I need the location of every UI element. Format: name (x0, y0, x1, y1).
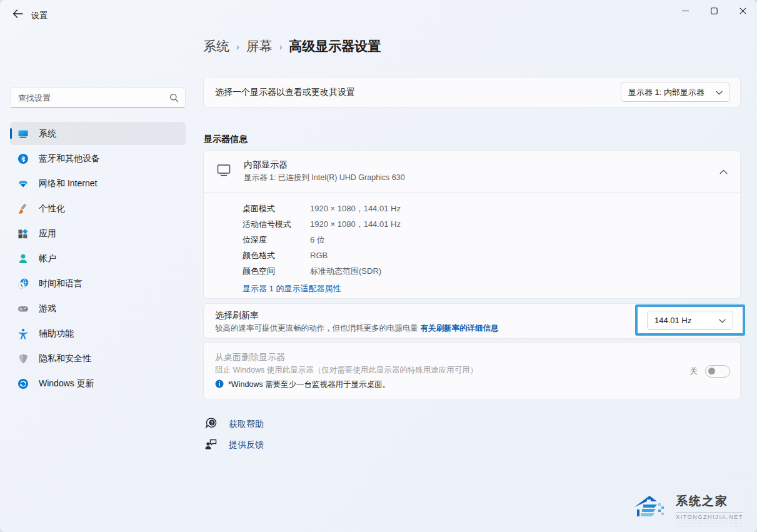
feedback-link[interactable]: 提供反馈 (204, 437, 264, 453)
info-row-color-format: 颜色格式 RGB (243, 248, 729, 263)
chevron-right-icon: › (236, 41, 239, 52)
sidebar-item-label: 蓝牙和其他设备 (39, 153, 100, 164)
info-row-signal-mode: 活动信号模式 1920 × 1080，144.01 Hz (243, 216, 729, 232)
refresh-rate-description: 较高的速率可提供更流畅的动作，但也消耗更多的电源电量 有关刷新率的详细信息 (215, 323, 615, 334)
clock-globe-icon (18, 278, 29, 289)
remove-display-card: 从桌面删除显示器 阻止 Windows 使用此显示器（仅对需要使用此显示器的特殊… (203, 342, 741, 400)
help-bubble-icon: ? (204, 416, 218, 433)
brush-icon (18, 203, 29, 214)
sidebar-item-label: 辅助功能 (39, 328, 74, 339)
app-title: 设置 (31, 10, 48, 21)
watermark: 系统之家 XITONGZHIJIA.NET XITONGZHIJIA.NET (632, 493, 743, 527)
page-title: 高级显示器设置 (289, 38, 381, 55)
sidebar: 系统 蓝牙和其他设备 网络和 Internet 个性化 (10, 88, 186, 397)
display-select-value: 显示器 1: 内部显示器 (628, 87, 704, 98)
refresh-rate-info-link[interactable]: 有关刷新率的详细信息 (420, 324, 498, 333)
info-label: 桌面模式 (243, 203, 310, 214)
refresh-rate-dropdown[interactable]: 144.01 Hz (647, 311, 733, 330)
info-label: 颜色格式 (243, 250, 310, 261)
settings-window: 设置 系统 (0, 0, 757, 532)
sidebar-item-gaming[interactable]: 游戏 (10, 297, 186, 320)
sidebar-item-bluetooth-devices[interactable]: 蓝牙和其他设备 (10, 147, 186, 170)
shield-icon (18, 353, 29, 364)
feedback-icon (204, 437, 218, 453)
chevron-down-icon (719, 316, 726, 325)
info-value: 1920 × 1080，144.01 Hz (310, 219, 401, 230)
remove-display-toggle[interactable] (705, 365, 730, 378)
sidebar-item-label: 游戏 (39, 303, 56, 314)
info-label: 位深度 (243, 234, 310, 246)
sidebar-item-accounts[interactable]: 帐户 (10, 247, 186, 270)
system-icon (18, 128, 29, 139)
sidebar-item-system[interactable]: 系统 (10, 122, 186, 145)
toggle-knob (708, 368, 715, 374)
feedback-label: 提供反馈 (229, 439, 264, 451)
get-help-label: 获取帮助 (229, 419, 264, 430)
get-help-link[interactable]: ? 获取帮助 (204, 416, 264, 433)
section-title: 显示器信息 (204, 134, 248, 145)
display-select-card: 选择一个显示器以查看或更改其设置 显示器 1: 内部显示器 (203, 77, 741, 108)
info-label: 活动信号模式 (243, 219, 310, 230)
sidebar-item-time-language[interactable]: 时间和语言 (10, 272, 186, 295)
sidebar-item-label: 系统 (39, 128, 56, 139)
info-value: 标准动态范围(SDR) (310, 266, 381, 277)
highlight-annotation: 144.01 Hz (635, 304, 745, 336)
sidebar-item-network[interactable]: 网络和 Internet (10, 172, 186, 195)
sidebar-item-accessibility[interactable]: 辅助功能 (10, 322, 186, 345)
update-icon (18, 378, 29, 389)
search-input[interactable] (11, 88, 185, 108)
display-info-header[interactable]: 内部显示器 显示器 1: 已连接到 Intel(R) UHD Graphics … (204, 151, 740, 192)
display-info-body: 桌面模式 1920 × 1080，144.01 Hz 活动信号模式 1920 ×… (204, 193, 740, 303)
remove-display-toggle-group: 关 (689, 365, 730, 378)
info-row-bit-depth: 位深度 6 位 (243, 232, 729, 248)
sidebar-item-apps[interactable]: 应用 (10, 222, 186, 245)
watermark-logo-icon (632, 493, 671, 524)
display-select-label: 选择一个显示器以查看或更改其设置 (215, 87, 355, 98)
sidebar-item-personalization[interactable]: 个性化 (10, 197, 186, 220)
breadcrumb-system[interactable]: 系统 (203, 38, 229, 55)
display-info-card: 内部显示器 显示器 1: 已连接到 Intel(R) UHD Graphics … (203, 150, 741, 299)
adapter-properties-link[interactable]: 显示器 1 的显示适配器属性 (243, 283, 341, 294)
toggle-state-label: 关 (689, 366, 698, 377)
wifi-icon (18, 178, 29, 189)
info-row-color-space: 颜色空间 标准动态范围(SDR) (243, 263, 729, 279)
sidebar-item-label: 帐户 (39, 253, 56, 264)
gamepad-icon (18, 303, 29, 314)
breadcrumb-display[interactable]: 屏幕 (246, 38, 273, 55)
apps-icon (18, 228, 29, 239)
svg-text:?: ? (211, 420, 214, 426)
chevron-down-icon (716, 88, 723, 97)
sidebar-item-windows-update[interactable]: Windows 更新 (10, 372, 186, 395)
accessibility-icon (18, 328, 29, 339)
display-select-dropdown[interactable]: 显示器 1: 内部显示器 (621, 83, 730, 102)
info-icon (215, 379, 224, 390)
search-icon (169, 93, 179, 105)
sidebar-nav: 系统 蓝牙和其他设备 网络和 Internet 个性化 (10, 122, 186, 395)
sidebar-item-label: 时间和语言 (39, 278, 83, 289)
monitor-icon (216, 163, 232, 180)
sidebar-item-label: 隐私和安全性 (39, 353, 91, 364)
display-info-subtitle: 显示器 1: 已连接到 Intel(R) UHD Graphics 630 (244, 173, 719, 183)
display-info-title: 内部显示器 (244, 159, 719, 171)
person-icon (18, 253, 29, 264)
refresh-rate-value: 144.01 Hz (654, 316, 691, 325)
arrow-left-icon (13, 9, 23, 21)
chevron-up-icon[interactable] (719, 166, 728, 177)
back-button[interactable] (6, 6, 29, 24)
watermark-brand: 系统之家 (676, 493, 743, 509)
info-label: 颜色空间 (243, 266, 310, 277)
remove-display-title: 从桌面删除显示器 (215, 352, 478, 363)
refresh-rate-title: 选择刷新率 (215, 310, 615, 321)
sidebar-item-label: 应用 (39, 228, 56, 239)
breadcrumb: 系统 › 屏幕 › 高级显示器设置 (203, 38, 381, 55)
sidebar-item-privacy-security[interactable]: 隐私和安全性 (10, 347, 186, 370)
refresh-rate-description-text: 较高的速率可提供更流畅的动作，但也消耗更多的电源电量 (215, 324, 418, 333)
info-row-desktop-mode: 桌面模式 1920 × 1080，144.01 Hz (243, 201, 729, 216)
watermark-site-reflection: XITONGZHIJIA.NET (676, 519, 743, 527)
remove-display-note-text: *Windows 需要至少一台监视器用于显示桌面。 (228, 379, 390, 390)
search-box[interactable] (10, 88, 186, 108)
remove-display-note: *Windows 需要至少一台监视器用于显示桌面。 (215, 379, 478, 390)
main-content: 系统 › 屏幕 › 高级显示器设置 选择一个显示器以查看或更改其设置 显示器 1… (203, 0, 741, 532)
info-value: RGB (310, 251, 328, 260)
sidebar-item-label: Windows 更新 (39, 378, 94, 389)
